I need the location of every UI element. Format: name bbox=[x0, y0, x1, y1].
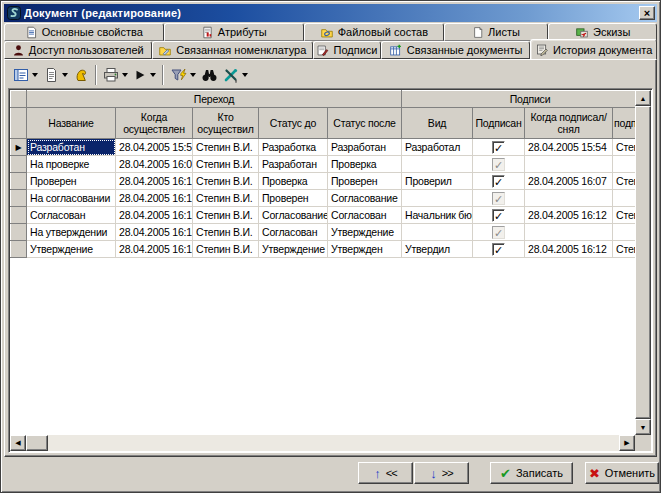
chevron-down-icon[interactable] bbox=[62, 73, 68, 77]
cell-kind[interactable] bbox=[402, 224, 473, 241]
tab-user-access[interactable]: Доступ пользователей bbox=[4, 41, 152, 59]
cell-status-before[interactable]: Разработка bbox=[259, 139, 328, 156]
cell-kind[interactable]: Разработал bbox=[402, 139, 473, 156]
horizontal-scroll-thumb[interactable] bbox=[26, 435, 48, 451]
signed-checkbox[interactable]: ✓ bbox=[492, 158, 505, 171]
column-header-signed-when[interactable]: Когда подписал/снял bbox=[525, 108, 613, 139]
cell-when[interactable]: 28.04.2005 16:0 bbox=[116, 156, 193, 173]
cell-name[interactable]: Проверен bbox=[27, 173, 116, 190]
cell-when[interactable]: 28.04.2005 16:1 bbox=[116, 241, 193, 258]
cell-name[interactable]: На согласовании bbox=[27, 190, 116, 207]
tab-linked-documents[interactable]: Связанные документы bbox=[381, 41, 531, 59]
row-selector[interactable] bbox=[11, 207, 27, 224]
row-selector[interactable] bbox=[11, 241, 27, 258]
chevron-down-icon[interactable] bbox=[150, 73, 156, 77]
cell-signer[interactable]: Степин В.И. bbox=[613, 207, 635, 224]
cell-status-after[interactable]: Проверен bbox=[328, 173, 402, 190]
document-button[interactable] bbox=[41, 64, 70, 86]
column-header-signed[interactable]: Подписан bbox=[473, 108, 525, 139]
cell-who[interactable]: Степин В.И. bbox=[193, 207, 259, 224]
chevron-down-icon[interactable] bbox=[122, 73, 128, 77]
scroll-right-icon[interactable]: ▶ bbox=[619, 435, 635, 451]
cell-signed[interactable]: ✓ bbox=[473, 224, 525, 241]
vertical-scroll-thumb[interactable] bbox=[635, 106, 651, 419]
cell-who[interactable]: Степин В.И. bbox=[193, 156, 259, 173]
cell-when[interactable]: 28.04.2005 15:5 bbox=[116, 139, 193, 156]
cell-signed-when[interactable]: 28.04.2005 16:12 bbox=[525, 207, 613, 224]
form-view-button[interactable] bbox=[11, 64, 40, 86]
signed-checkbox[interactable]: ✓ bbox=[492, 175, 505, 188]
cell-status-after[interactable]: Согласование bbox=[328, 190, 402, 207]
cell-status-after[interactable]: Утвержден bbox=[328, 241, 402, 258]
column-header-signer[interactable]: подписал bbox=[613, 108, 635, 139]
signed-checkbox[interactable]: ✓ bbox=[492, 226, 505, 239]
run-button[interactable] bbox=[131, 64, 158, 86]
column-header-when[interactable]: Когда осуществлен bbox=[116, 108, 193, 139]
column-header-status-before[interactable]: Статус до bbox=[259, 108, 328, 139]
cell-who[interactable]: Степин В.И. bbox=[193, 139, 259, 156]
signed-checkbox[interactable]: ✓ bbox=[492, 243, 505, 256]
cell-who[interactable]: Степин В.И. bbox=[193, 241, 259, 258]
cell-signed-when[interactable]: 28.04.2005 16:12 bbox=[525, 241, 613, 258]
cell-name[interactable]: На утверждении bbox=[27, 224, 116, 241]
cell-status-before[interactable]: Утверждение bbox=[259, 241, 328, 258]
filter-button[interactable] bbox=[168, 64, 198, 86]
cell-signer[interactable]: Степин В.И. bbox=[613, 241, 635, 258]
move-up-button[interactable]: ↑ << bbox=[358, 462, 413, 484]
cell-who[interactable]: Степин В.И. bbox=[193, 173, 259, 190]
signed-checkbox[interactable]: ✓ bbox=[492, 192, 505, 205]
save-button[interactable]: ✔ Записать bbox=[490, 462, 573, 484]
cancel-button[interactable]: ✖ Отменить bbox=[585, 462, 659, 484]
cell-signer[interactable]: Степин В.И. bbox=[613, 139, 635, 156]
cell-status-before[interactable]: Проверка bbox=[259, 173, 328, 190]
cell-status-before[interactable]: Согласование bbox=[259, 207, 328, 224]
cell-kind[interactable]: Проверил bbox=[402, 173, 473, 190]
cell-signer[interactable] bbox=[613, 224, 635, 241]
tab-document-history[interactable]: История документа bbox=[530, 39, 657, 59]
find-button[interactable] bbox=[199, 64, 220, 86]
cell-signed[interactable]: ✓ bbox=[473, 156, 525, 173]
cell-signed[interactable]: ✓ bbox=[473, 241, 525, 258]
cell-signed[interactable]: ✓ bbox=[473, 173, 525, 190]
horizontal-scrollbar[interactable]: ◀ ▶ bbox=[10, 435, 635, 451]
cell-signed-when[interactable]: 28.04.2005 15:54 bbox=[525, 139, 613, 156]
tools-button[interactable] bbox=[221, 64, 250, 86]
column-header-status-after[interactable]: Статус после bbox=[328, 108, 402, 139]
signed-checkbox[interactable]: ✓ bbox=[492, 141, 505, 154]
close-icon[interactable]: × bbox=[639, 6, 655, 20]
cell-signer[interactable]: Степин В.И. bbox=[613, 173, 635, 190]
cell-status-after[interactable]: Утверждение bbox=[328, 224, 402, 241]
tab-signatures[interactable]: Подписи bbox=[313, 41, 381, 59]
row-selector[interactable] bbox=[11, 224, 27, 241]
cell-kind[interactable] bbox=[402, 190, 473, 207]
signed-checkbox[interactable]: ✓ bbox=[492, 209, 505, 222]
cell-when[interactable]: 28.04.2005 16:1 bbox=[116, 190, 193, 207]
cell-signed-when[interactable] bbox=[525, 156, 613, 173]
scroll-left-icon[interactable]: ◀ bbox=[10, 435, 26, 451]
cell-status-before[interactable]: Разработан bbox=[259, 156, 328, 173]
scroll-up-icon[interactable]: ▲ bbox=[635, 90, 651, 106]
cell-status-before[interactable]: Проверен bbox=[259, 190, 328, 207]
cell-status-after[interactable]: Разработан bbox=[328, 139, 402, 156]
cell-name[interactable]: Утверждение bbox=[27, 241, 116, 258]
cell-signer[interactable] bbox=[613, 190, 635, 207]
cell-who[interactable]: Степин В.И. bbox=[193, 224, 259, 241]
vertical-scrollbar[interactable]: ▲ ▼ bbox=[635, 90, 651, 435]
cell-signed[interactable]: ✓ bbox=[473, 190, 525, 207]
cell-when[interactable]: 28.04.2005 16:1 bbox=[116, 207, 193, 224]
cell-when[interactable]: 28.04.2005 16:1 bbox=[116, 173, 193, 190]
cell-who[interactable]: Степин В.И. bbox=[193, 190, 259, 207]
row-selector[interactable] bbox=[11, 190, 27, 207]
cell-signed[interactable]: ✓ bbox=[473, 207, 525, 224]
cell-kind[interactable]: Утвердил bbox=[402, 241, 473, 258]
column-header-name[interactable]: Название bbox=[27, 108, 116, 139]
cell-status-before[interactable]: Согласован bbox=[259, 224, 328, 241]
tab-attributes[interactable]: Атрибуты bbox=[164, 23, 305, 41]
tab-file-composition[interactable]: Файловый состав bbox=[304, 23, 444, 41]
cell-name[interactable]: На проверке bbox=[27, 156, 116, 173]
cell-kind[interactable] bbox=[402, 156, 473, 173]
cell-kind[interactable]: Начальник бюро bbox=[402, 207, 473, 224]
chevron-down-icon[interactable] bbox=[190, 73, 196, 77]
cell-name[interactable]: Согласован bbox=[27, 207, 116, 224]
cell-signer[interactable] bbox=[613, 156, 635, 173]
